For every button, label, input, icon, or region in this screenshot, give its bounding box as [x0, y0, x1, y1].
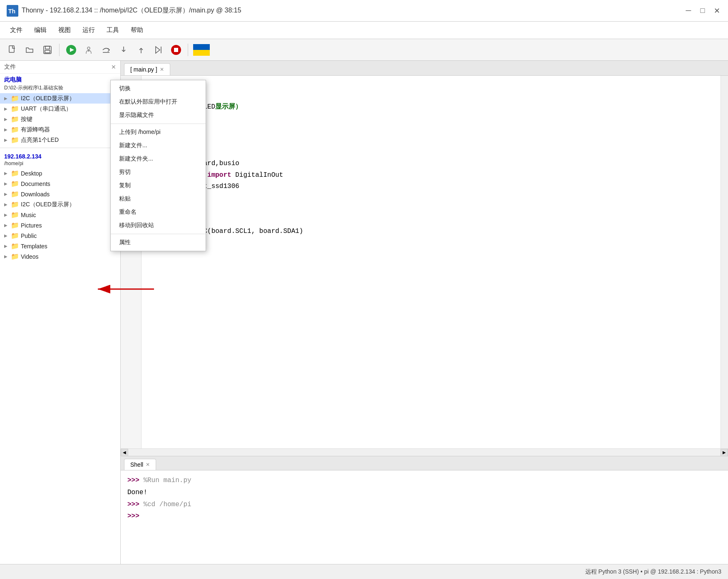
menu-file[interactable]: 文件	[5, 25, 27, 36]
menu-bar: 文件 编辑 视图 运行 工具 帮助	[0, 22, 728, 39]
h-scrollbar[interactable]: ◀ ▶	[121, 448, 728, 456]
ctx-item-open-external[interactable]: 在默认外部应用中打开	[111, 95, 206, 109]
run-button[interactable]	[64, 42, 79, 57]
remote-item-6[interactable]: ▶ 📁 Public	[0, 230, 120, 241]
local-item-3[interactable]: ▶ 📁 有源蜂鸣器	[0, 124, 120, 135]
ctx-item-cut[interactable]: 剪切	[111, 166, 206, 179]
local-item-label-4: 点亮第1个LED	[21, 136, 59, 144]
menu-run[interactable]: 运行	[77, 25, 100, 36]
ctx-item-show-hidden[interactable]: 显示隐藏文件	[111, 109, 206, 122]
editor-tab-main[interactable]: [ main.py ] ✕	[124, 63, 170, 75]
context-menu: 切换 在默认外部应用中打开 显示隐藏文件 上传到 /home/pi 新建文件..…	[110, 80, 206, 251]
ctx-item-paste[interactable]: 粘贴	[111, 192, 206, 205]
remote-folder-4: 📁	[11, 211, 19, 219]
minimize-button[interactable]: ─	[684, 6, 693, 15]
svg-rect-4	[45, 46, 50, 49]
shell-tab[interactable]: Shell ✕	[124, 459, 156, 470]
remote-expand-8: ▶	[4, 254, 9, 259]
maximize-button[interactable]: □	[698, 6, 707, 15]
shell-content[interactable]: >>> %Run main.py Done! >>> %cd /home/pi …	[121, 470, 728, 564]
shell-line-2: >>>	[127, 510, 721, 522]
section-divider	[0, 148, 120, 148]
remote-item-8[interactable]: ▶ 📁 Videos	[0, 251, 120, 262]
remote-item-3[interactable]: ▶ 📁 I2C（OLED显示屏）	[0, 199, 120, 210]
svg-rect-17	[193, 44, 210, 50]
remote-folder-8: 📁	[11, 252, 19, 260]
local-item-4[interactable]: ▶ 📁 点亮第1个LED	[0, 135, 120, 145]
window-controls[interactable]: ─ □ ✕	[684, 6, 721, 15]
folder-icon-0: 📁	[11, 94, 19, 102]
window-title: Thonny - 192.168.2.134 :: /home/pi/I2C（O…	[22, 6, 241, 15]
remote-expand-3: ▶	[4, 202, 9, 207]
ctx-item-new-folder[interactable]: 新建文件夹...	[111, 152, 206, 166]
ctx-item-upload[interactable]: 上传到 /home/pi	[111, 126, 206, 139]
remote-expand-1: ▶	[4, 181, 9, 186]
expand-icon-3: ▶	[4, 127, 9, 132]
step-out-button[interactable]	[134, 42, 149, 57]
local-item-0[interactable]: ▶ 📁 I2C（OLED显示屏）	[0, 93, 120, 104]
remote-folder-3: 📁	[11, 200, 19, 208]
remote-expand-2: ▶	[4, 192, 9, 196]
ctx-item-trash[interactable]: 移动到回收站	[111, 219, 206, 232]
ukraine-flag	[192, 42, 211, 57]
local-item-2[interactable]: ▶ 📁 按键	[0, 114, 120, 124]
remote-item-label-1: Documents	[21, 181, 50, 187]
remote-folder-0: 📁	[11, 169, 19, 177]
remote-item-7[interactable]: ▶ 📁 Templates	[0, 241, 120, 251]
local-item-label-3: 有源蜂鸣器	[21, 126, 50, 134]
debug-button[interactable]	[81, 42, 96, 57]
ctx-item-switch[interactable]: 切换	[111, 82, 206, 95]
remote-item-1[interactable]: ▶ 📁 Documents	[0, 178, 120, 189]
svg-point-9	[88, 50, 89, 52]
code-editor[interactable]: 1 2 13 14 ''' 实验名称：I2C（OLED显示屏）	[121, 76, 728, 448]
scroll-right-btn[interactable]: ▶	[721, 449, 728, 456]
new-file-button[interactable]	[5, 42, 20, 57]
menu-view[interactable]: 视图	[53, 25, 76, 36]
local-item-1[interactable]: ▶ 📁 UART（串口通讯）	[0, 104, 120, 114]
remote-item-2[interactable]: ▶ 📁 Downloads	[0, 189, 120, 199]
remote-expand-7: ▶	[4, 244, 9, 248]
remote-folder-5: 📁	[11, 221, 19, 229]
scroll-left-btn[interactable]: ◀	[121, 449, 128, 456]
close-button[interactable]: ✕	[712, 6, 721, 15]
svg-marker-13	[156, 47, 160, 53]
ctx-item-properties[interactable]: 属性	[111, 236, 206, 249]
remote-item-label-6: Public	[21, 233, 37, 239]
toolbar-sep-1	[59, 44, 60, 56]
editor-scrollbar[interactable]	[721, 76, 728, 448]
menu-tools[interactable]: 工具	[102, 25, 124, 36]
shell-tab-label: Shell	[130, 461, 143, 468]
shell-cmd-0: %Run main.py	[143, 477, 191, 484]
resume-button[interactable]	[151, 42, 166, 57]
local-item-label-0: I2C（OLED显示屏）	[21, 95, 75, 102]
shell-panel: Shell ✕ >>> %Run main.py Done! >>> %cd /…	[121, 456, 728, 564]
folder-icon-4: 📁	[11, 136, 19, 144]
folder-icon-1: 📁	[11, 105, 19, 113]
code-content[interactable]: ''' 实验名称：I2C（OLED显示屏） 实验平台：核桃派 ''' #导入相关…	[142, 76, 721, 448]
menu-help[interactable]: 帮助	[126, 25, 148, 36]
stop-button[interactable]	[169, 42, 184, 57]
folder-icon-2: 📁	[11, 115, 19, 123]
remote-item-4[interactable]: ▶ 📁 Music	[0, 210, 120, 220]
shell-prompt-0: >>>	[127, 477, 143, 484]
step-into-button[interactable]	[116, 42, 131, 57]
open-file-button[interactable]	[22, 42, 37, 57]
toolbar-sep-2	[188, 44, 188, 56]
remote-folder-1: 📁	[11, 180, 19, 188]
ctx-item-copy[interactable]: 复制	[111, 179, 206, 192]
ctx-item-rename[interactable]: 重命名	[111, 205, 206, 219]
remote-item-0[interactable]: ▶ 📁 Desktop	[0, 168, 120, 178]
shell-tab-close[interactable]: ✕	[146, 462, 150, 468]
menu-edit[interactable]: 编辑	[29, 25, 52, 36]
remote-item-5[interactable]: ▶ 📁 Pictures	[0, 220, 120, 230]
tab-label: [ main.py ]	[130, 66, 157, 73]
ctx-item-new-file[interactable]: 新建文件...	[111, 139, 206, 152]
remote-folder-7: 📁	[11, 242, 19, 250]
file-panel-close[interactable]: ✕	[111, 64, 116, 70]
save-file-button[interactable]	[40, 42, 55, 57]
step-over-button[interactable]	[99, 42, 114, 57]
expand-icon-2: ▶	[4, 117, 9, 121]
remote-expand-0: ▶	[4, 171, 9, 176]
tab-close-icon[interactable]: ✕	[160, 67, 164, 72]
ctx-sep-1	[111, 234, 206, 234]
